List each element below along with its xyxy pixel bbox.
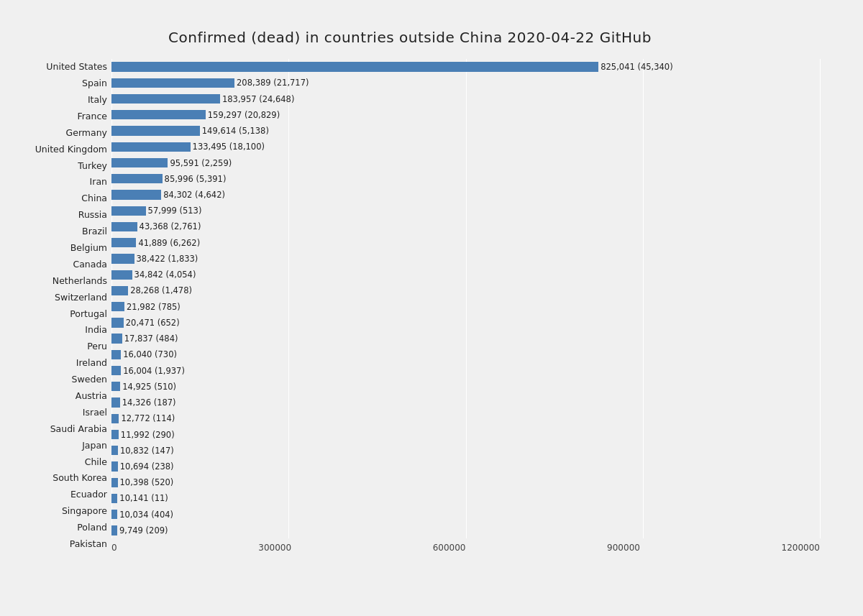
bar-label: 57,999 (513)	[148, 206, 202, 216]
bar	[111, 510, 117, 519]
y-label: Turkey	[78, 162, 107, 171]
y-label: Singapore	[62, 507, 107, 516]
bar-wrap	[111, 94, 220, 104]
bar	[111, 302, 124, 311]
bar-label: 159,297 (20,829)	[208, 110, 280, 120]
bar-wrap	[111, 366, 121, 375]
bar-wrap	[111, 382, 120, 391]
y-label: Peru	[87, 342, 107, 351]
bar-wrap	[111, 510, 117, 519]
x-axis: 03000006000009000001200000	[111, 538, 820, 553]
bar-label: 10,034 (404)	[119, 510, 173, 520]
y-label: Brazil	[82, 227, 107, 236]
bar-row: 10,034 (404)	[111, 507, 820, 523]
bar-row: 208,389 (21,717)	[111, 75, 820, 91]
bar-row: 84,302 (4,642)	[111, 187, 820, 203]
bar	[111, 366, 121, 375]
y-axis: United StatesSpainItalyFranceGermanyUnit…	[0, 59, 111, 553]
x-tick: 1200000	[782, 543, 820, 553]
y-label: Belgium	[70, 244, 107, 253]
y-label: Portugal	[70, 310, 107, 319]
bar	[111, 206, 146, 216]
bar-row: 57,999 (513)	[111, 203, 820, 219]
y-label: Austria	[76, 392, 107, 401]
bar-wrap	[111, 222, 137, 231]
bar-wrap	[111, 286, 128, 295]
bar-label: 10,398 (520)	[120, 477, 174, 487]
bar-row: 16,040 (730)	[111, 346, 820, 362]
bar-label: 20,471 (652)	[126, 318, 180, 328]
bar-label: 9,749 (209)	[119, 525, 168, 535]
bar	[111, 142, 191, 152]
bar-label: 10,832 (147)	[120, 446, 174, 456]
bar	[111, 78, 234, 88]
bar-row: 17,837 (484)	[111, 331, 820, 346]
y-label: Chile	[85, 458, 107, 467]
bar-wrap	[111, 302, 124, 311]
bar	[111, 397, 120, 407]
bar-row: 10,141 (11)	[111, 490, 820, 506]
y-label: Russia	[78, 211, 107, 220]
bar	[111, 350, 121, 359]
chart-container: Confirmed (dead) in countries outside Ch…	[0, 0, 863, 616]
bar-row: 41,889 (6,262)	[111, 235, 820, 251]
bar-label: 208,389 (21,717)	[237, 78, 309, 88]
chart-area: United StatesSpainItalyFranceGermanyUnit…	[0, 59, 820, 553]
bar-label: 12,772 (114)	[121, 413, 175, 423]
grid-and-bars: 825,041 (45,340)208,389 (21,717)183,957 …	[111, 59, 820, 538]
bar	[111, 334, 122, 343]
bar	[111, 478, 118, 487]
y-label: Switzerland	[55, 293, 107, 303]
bar-wrap	[111, 254, 134, 263]
y-label: Germany	[66, 129, 107, 138]
bar-row: 10,694 (238)	[111, 459, 820, 474]
bar-row: 159,297 (20,829)	[111, 107, 820, 123]
bar-wrap	[111, 525, 117, 535]
bar-wrap	[111, 110, 206, 119]
y-label: India	[85, 326, 107, 335]
bar	[111, 254, 134, 263]
bar-row: 14,326 (187)	[111, 395, 820, 410]
bar-label: 95,591 (2,259)	[170, 158, 232, 168]
bar	[111, 158, 168, 167]
bar	[111, 94, 220, 104]
bar-wrap	[111, 270, 132, 280]
y-label: Israel	[83, 408, 107, 418]
bar-wrap	[111, 494, 117, 503]
bar	[111, 126, 200, 135]
bar-row: 825,041 (45,340)	[111, 59, 820, 75]
bar-wrap	[111, 446, 118, 455]
bar-row: 11,992 (290)	[111, 426, 820, 442]
y-label: China	[81, 194, 107, 203]
y-label: Netherlands	[52, 277, 107, 286]
bar-label: 14,326 (187)	[122, 397, 176, 408]
bar-wrap	[111, 238, 136, 247]
bar-row: 10,398 (520)	[111, 474, 820, 490]
bar-label: 133,495 (18,100)	[193, 142, 265, 152]
bar-row: 10,832 (147)	[111, 443, 820, 459]
x-tick: 600000	[433, 543, 466, 553]
gridline	[820, 59, 821, 538]
bar-wrap	[111, 62, 598, 71]
bar-row: 95,591 (2,259)	[111, 155, 820, 170]
bar	[111, 270, 132, 280]
bar	[111, 222, 137, 231]
bar-label: 16,004 (1,937)	[123, 366, 185, 376]
y-label: United States	[46, 63, 107, 72]
bar-wrap	[111, 78, 234, 88]
bar-row: 43,368 (2,761)	[111, 219, 820, 234]
bar-label: 16,040 (730)	[123, 349, 177, 359]
bar-row: 149,614 (5,138)	[111, 123, 820, 139]
bar-wrap	[111, 142, 191, 152]
bar	[111, 238, 136, 247]
bar-label: 14,925 (510)	[122, 382, 176, 392]
bar-label: 825,041 (45,340)	[601, 62, 672, 72]
bar-label: 28,268 (1,478)	[130, 285, 192, 295]
bar-row: 34,842 (4,054)	[111, 267, 820, 282]
bar	[111, 414, 119, 423]
bar-wrap	[111, 430, 119, 439]
y-label: Canada	[73, 260, 107, 270]
bar-label: 85,996 (5,391)	[165, 174, 227, 184]
bar	[111, 446, 118, 455]
chart-title: Confirmed (dead) in countries outside Ch…	[0, 29, 820, 46]
